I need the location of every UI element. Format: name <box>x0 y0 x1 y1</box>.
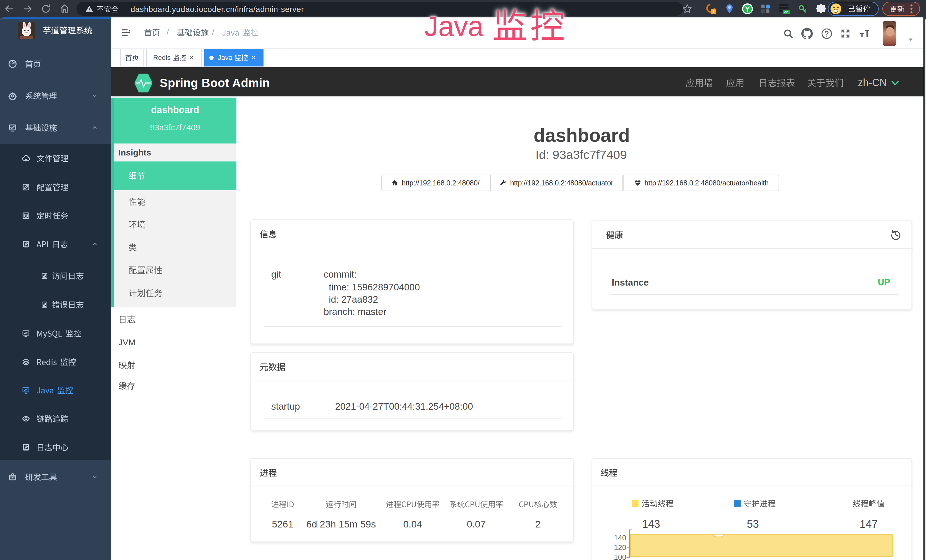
svg-text:on: on <box>784 10 788 14</box>
svg-text:1: 1 <box>713 9 714 14</box>
